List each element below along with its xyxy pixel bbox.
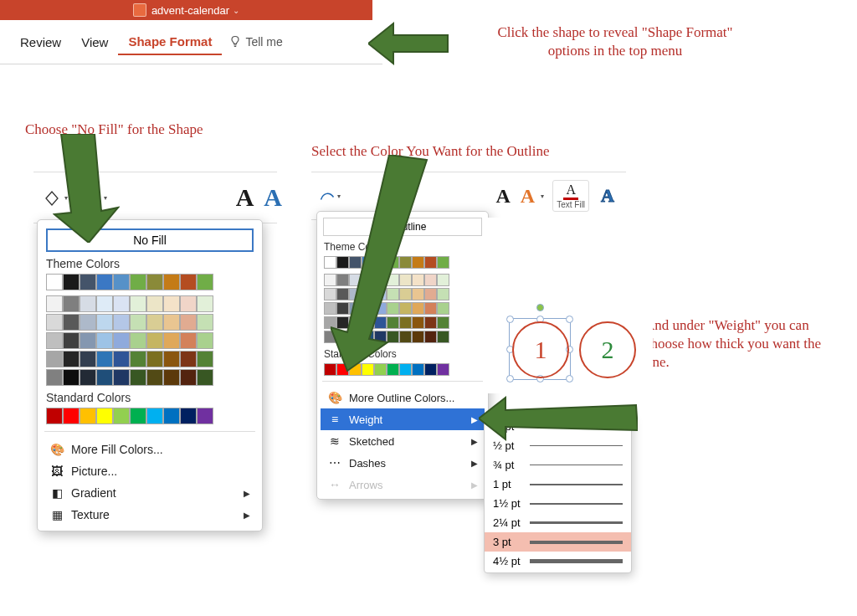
color-swatch[interactable] <box>80 351 96 367</box>
color-swatch[interactable] <box>130 274 146 290</box>
color-swatch[interactable] <box>63 314 80 331</box>
color-swatch[interactable] <box>96 332 113 349</box>
color-swatch[interactable] <box>63 295 80 312</box>
color-swatch[interactable] <box>197 332 213 349</box>
color-swatch[interactable] <box>96 408 113 424</box>
color-swatch[interactable] <box>180 351 197 367</box>
color-swatch[interactable] <box>46 369 63 386</box>
color-swatch[interactable] <box>163 314 180 331</box>
color-swatch[interactable] <box>130 295 146 312</box>
color-swatch[interactable] <box>197 274 213 290</box>
color-swatch[interactable] <box>46 314 63 331</box>
weight-option[interactable]: 1½ pt <box>485 494 631 513</box>
color-swatch[interactable] <box>113 332 130 349</box>
color-swatch[interactable] <box>46 332 63 349</box>
weight-option[interactable]: 1 pt <box>485 475 631 494</box>
color-swatch[interactable] <box>80 332 96 349</box>
color-swatch[interactable] <box>197 314 213 331</box>
color-swatch[interactable] <box>46 295 63 312</box>
color-swatch[interactable] <box>113 408 130 424</box>
color-swatch[interactable] <box>163 332 180 349</box>
color-swatch[interactable] <box>197 295 213 312</box>
color-swatch[interactable] <box>163 369 180 386</box>
color-swatch[interactable] <box>197 369 213 386</box>
tab-view[interactable]: View <box>71 30 118 54</box>
color-swatch[interactable] <box>180 314 197 331</box>
text-style-a[interactable]: A <box>496 185 511 208</box>
shape-circle-1[interactable]: 1 <box>512 321 569 378</box>
color-swatch[interactable] <box>46 351 63 367</box>
chevron-down-icon[interactable]: ▾ <box>541 192 544 200</box>
fill-texture[interactable]: ▦Texture▶ <box>43 504 257 526</box>
color-swatch[interactable] <box>46 408 63 424</box>
color-swatch[interactable] <box>113 351 130 367</box>
color-swatch[interactable] <box>180 274 197 290</box>
color-swatch[interactable] <box>80 274 96 290</box>
color-swatch[interactable] <box>180 332 197 349</box>
color-swatch[interactable] <box>130 408 146 424</box>
weight-option[interactable]: 3 pt <box>485 532 631 552</box>
color-swatch[interactable] <box>130 332 146 349</box>
color-swatch[interactable] <box>130 314 146 331</box>
color-swatch[interactable] <box>146 351 163 367</box>
weight-option[interactable]: ¾ pt <box>485 455 631 475</box>
tell-me-search[interactable]: Tell me <box>228 35 282 49</box>
color-swatch[interactable] <box>113 369 130 386</box>
weight-option[interactable]: 2¼ pt <box>485 513 631 532</box>
text-fill-button[interactable]: A Text Fill <box>552 180 589 212</box>
color-swatch[interactable] <box>96 314 113 331</box>
weight-option[interactable]: 4½ pt <box>485 552 631 571</box>
outline-weight[interactable]: ≡Weight▶ <box>321 408 485 430</box>
slide-canvas[interactable]: 1 2 <box>485 218 653 393</box>
color-swatch[interactable] <box>163 295 180 312</box>
color-swatch[interactable] <box>130 369 146 386</box>
color-swatch[interactable] <box>96 274 113 290</box>
color-swatch[interactable] <box>180 408 197 424</box>
color-swatch[interactable] <box>113 274 130 290</box>
fill-gradient[interactable]: ◧Gradient▶ <box>43 482 257 504</box>
color-swatch[interactable] <box>63 332 80 349</box>
color-swatch[interactable] <box>96 369 113 386</box>
color-swatch[interactable] <box>80 369 96 386</box>
outline-dashes[interactable]: ⋯Dashes▶ <box>321 452 485 474</box>
color-swatch[interactable] <box>163 274 180 290</box>
tab-shape-format[interactable]: Shape Format <box>118 29 222 55</box>
more-fill-colors[interactable]: 🎨More Fill Colors... <box>43 439 257 460</box>
tab-review[interactable]: Review <box>10 30 71 54</box>
color-swatch[interactable] <box>146 314 163 331</box>
color-swatch[interactable] <box>113 295 130 312</box>
color-swatch[interactable] <box>146 295 163 312</box>
color-swatch[interactable] <box>96 351 113 367</box>
shape-circle-2[interactable]: 2 <box>579 321 636 378</box>
text-outline-a[interactable]: A <box>601 185 614 207</box>
color-swatch[interactable] <box>130 351 146 367</box>
color-swatch[interactable] <box>197 408 213 424</box>
color-swatch[interactable] <box>46 274 63 290</box>
color-swatch[interactable] <box>180 369 197 386</box>
color-swatch[interactable] <box>113 314 130 331</box>
color-swatch[interactable] <box>96 295 113 312</box>
text-style-a-orange[interactable]: A <box>521 185 535 208</box>
color-swatch[interactable] <box>80 408 96 424</box>
color-swatch[interactable] <box>63 351 80 367</box>
title-chevron-icon[interactable]: ⌄ <box>233 6 239 15</box>
color-swatch[interactable] <box>63 408 80 424</box>
color-swatch[interactable] <box>63 369 80 386</box>
color-swatch[interactable] <box>180 295 197 312</box>
outline-sketched[interactable]: ≋Sketched▶ <box>321 430 485 452</box>
color-swatch[interactable] <box>80 295 96 312</box>
color-swatch[interactable] <box>163 351 180 367</box>
rotate-handle[interactable] <box>536 304 544 311</box>
text-style-a[interactable]: A <box>236 183 254 212</box>
fill-picture[interactable]: 🖼Picture... <box>43 460 257 482</box>
more-outline-colors[interactable]: 🎨More Outline Colors... <box>321 387 485 408</box>
color-swatch[interactable] <box>163 408 180 424</box>
color-swatch[interactable] <box>197 351 213 367</box>
color-swatch[interactable] <box>146 332 163 349</box>
color-swatch[interactable] <box>146 274 163 290</box>
color-swatch[interactable] <box>146 408 163 424</box>
color-swatch[interactable] <box>63 274 80 290</box>
color-swatch[interactable] <box>146 369 163 386</box>
text-style-a-alt[interactable]: A <box>264 183 282 212</box>
color-swatch[interactable] <box>80 314 96 331</box>
